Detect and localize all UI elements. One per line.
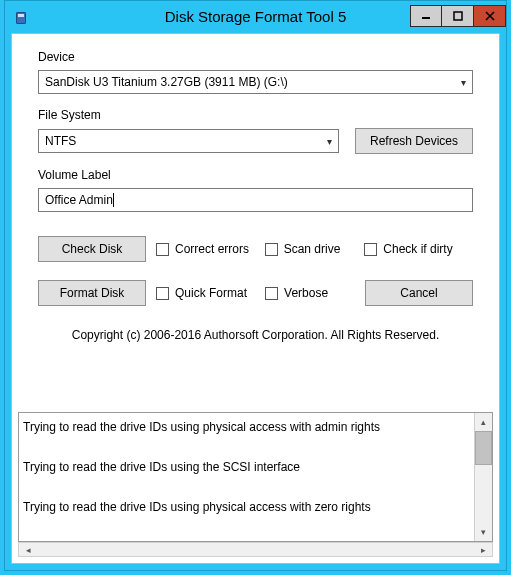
- checkbox-label: Verbose: [284, 286, 328, 300]
- app-window: Disk Storage Format Tool 5 Device SanDis…: [4, 0, 507, 571]
- client-area: Device SanDisk U3 Titanium 3.27GB (3911 …: [11, 33, 500, 564]
- correct-errors-checkbox[interactable]: Correct errors: [156, 242, 249, 256]
- scroll-track[interactable]: [37, 543, 474, 556]
- device-label: Device: [38, 50, 473, 64]
- chevron-down-icon: ▾: [327, 136, 332, 147]
- device-select-value: SanDisk U3 Titanium 3.27GB (3911 MB) (G:…: [45, 75, 288, 89]
- filesystem-label: File System: [38, 108, 473, 122]
- volumelabel-label: Volume Label: [38, 168, 473, 182]
- titlebar[interactable]: Disk Storage Format Tool 5: [5, 1, 506, 31]
- close-button[interactable]: [474, 5, 506, 27]
- check-row: Check Disk Correct errors Scan drive Che…: [38, 236, 473, 262]
- maximize-button[interactable]: [442, 5, 474, 27]
- checkbox-label: Scan drive: [284, 242, 341, 256]
- vertical-scrollbar[interactable]: ▴ ▾: [474, 413, 492, 541]
- volumelabel-input[interactable]: Office Admin: [38, 188, 473, 212]
- log-line: Trying to read the drive IDs using physi…: [23, 499, 472, 515]
- form-area: Device SanDisk U3 Titanium 3.27GB (3911 …: [12, 34, 499, 342]
- device-select[interactable]: SanDisk U3 Titanium 3.27GB (3911 MB) (G:…: [38, 70, 473, 94]
- log-textarea[interactable]: Trying to read the drive IDs using physi…: [18, 412, 493, 542]
- format-disk-button[interactable]: Format Disk: [38, 280, 146, 306]
- scroll-right-icon[interactable]: ▸: [474, 543, 492, 556]
- svg-rect-1: [454, 12, 462, 20]
- copyright-text: Copyright (c) 2006-2016 Authorsoft Corpo…: [38, 328, 473, 342]
- checkbox-label: Check if dirty: [383, 242, 452, 256]
- format-row: Format Disk Quick Format Verbose Cancel: [38, 280, 473, 306]
- refresh-devices-button[interactable]: Refresh Devices: [355, 128, 473, 154]
- checkbox-label: Correct errors: [175, 242, 249, 256]
- scan-drive-checkbox[interactable]: Scan drive: [265, 242, 341, 256]
- text-caret: [113, 193, 114, 207]
- chevron-down-icon: ▾: [461, 77, 466, 88]
- quick-format-checkbox[interactable]: Quick Format: [156, 286, 247, 300]
- verbose-checkbox[interactable]: Verbose: [265, 286, 328, 300]
- scroll-thumb[interactable]: [475, 431, 492, 465]
- filesystem-select-value: NTFS: [45, 134, 76, 148]
- checkbox-icon: [364, 243, 377, 256]
- scroll-down-icon[interactable]: ▾: [475, 523, 492, 541]
- checkbox-label: Quick Format: [175, 286, 247, 300]
- check-if-dirty-checkbox[interactable]: Check if dirty: [364, 242, 452, 256]
- log-panel: Trying to read the drive IDs using physi…: [18, 412, 493, 557]
- log-line: Trying to read the drive IDs using physi…: [23, 419, 472, 435]
- checkbox-icon: [156, 243, 169, 256]
- horizontal-scrollbar[interactable]: ◂ ▸: [18, 542, 493, 557]
- window-buttons: [410, 5, 506, 27]
- checkbox-icon: [265, 287, 278, 300]
- log-content: Trying to read the drive IDs using physi…: [23, 419, 472, 542]
- scroll-left-icon[interactable]: ◂: [19, 543, 37, 556]
- volumelabel-value: Office Admin: [45, 193, 113, 207]
- app-icon: [13, 8, 28, 24]
- check-disk-button[interactable]: Check Disk: [38, 236, 146, 262]
- minimize-button[interactable]: [410, 5, 442, 27]
- log-line: Trying to read the drive IDs using the S…: [23, 459, 472, 475]
- checkbox-icon: [156, 287, 169, 300]
- filesystem-select[interactable]: NTFS ▾: [38, 129, 339, 153]
- checkbox-icon: [265, 243, 278, 256]
- cancel-button[interactable]: Cancel: [365, 280, 473, 306]
- scroll-up-icon[interactable]: ▴: [475, 413, 492, 431]
- scroll-track[interactable]: [475, 465, 492, 523]
